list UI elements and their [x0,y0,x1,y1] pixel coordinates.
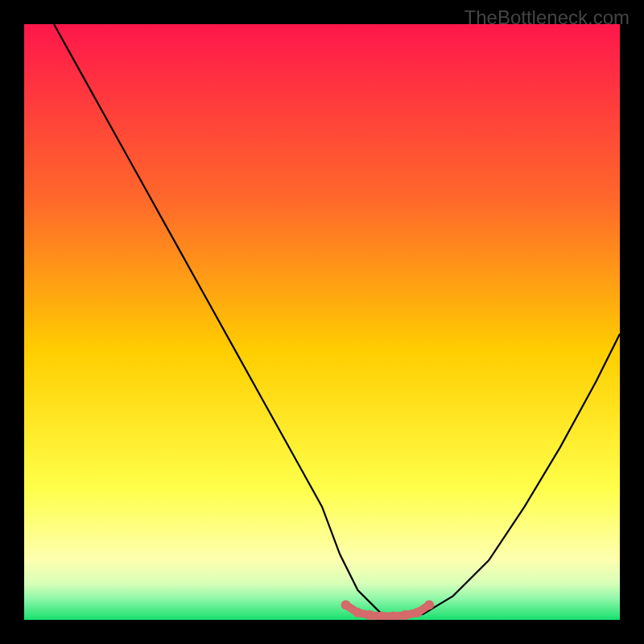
optimal-band-dot [412,608,422,617]
optimal-band-dot [401,610,411,620]
optimal-band-dot [365,610,374,620]
optimal-band-dot [353,608,362,617]
chart-series-layer [24,24,620,620]
bottleneck-curve [54,24,620,617]
watermark-text: TheBottleneck.com [464,6,630,29]
chart-area [24,24,620,620]
optimal-band-dot [341,601,351,610]
optimal-band-dot [424,601,434,610]
